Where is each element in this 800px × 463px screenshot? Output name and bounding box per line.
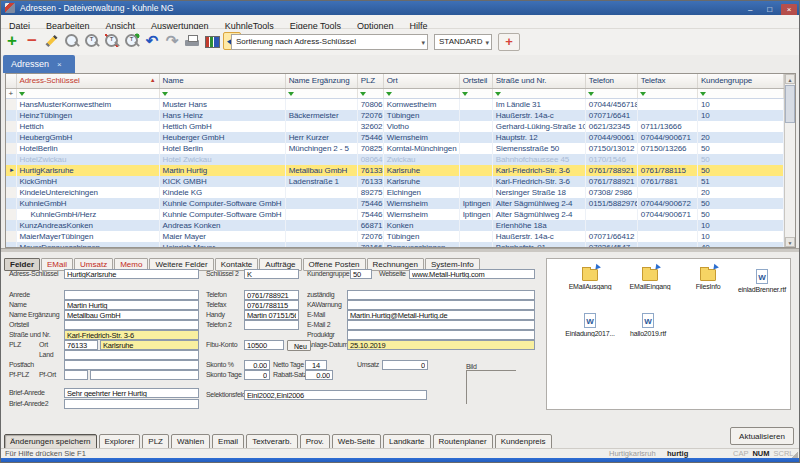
row-selector[interactable]: [6, 209, 16, 220]
file-item[interactable]: einladBrenner.rtf: [733, 269, 791, 293]
telefon-field[interactable]: [244, 290, 299, 300]
row-selector[interactable]: [6, 220, 16, 231]
pf-plz-field[interactable]: [64, 370, 88, 380]
webseite-field[interactable]: [409, 269, 535, 279]
filter-cell-telefon[interactable]: [585, 88, 637, 98]
tab-close-icon[interactable]: ×: [57, 60, 62, 69]
anrede-field[interactable]: [64, 290, 199, 300]
file-item[interactable]: hallo2019.rtf: [619, 313, 677, 337]
filter-cell-ortsteil[interactable]: [459, 88, 492, 98]
new-view-button[interactable]: +: [498, 33, 520, 51]
file-item[interactable]: Einladung2017...: [561, 313, 619, 337]
zoom-text-cancel-icon[interactable]: [103, 32, 121, 50]
grid-row[interactable]: HotelBerlinHotel BerlinMünchingen 2 - 57…: [6, 143, 784, 154]
file-item[interactable]: EMailEingang: [621, 269, 679, 290]
email2-field[interactable]: [347, 320, 535, 330]
row-selector[interactable]: [6, 121, 16, 132]
column-header-plz[interactable]: PLZ: [357, 74, 383, 88]
strasse-field[interactable]: [64, 330, 199, 340]
redo-icon[interactable]: [163, 32, 181, 50]
grid-row[interactable]: HettichHettich GmbH32602VlothoGerhard-Lü…: [6, 121, 784, 132]
grid-scrollbar[interactable]: ▲ ▼: [784, 74, 795, 247]
brief-anrede-field[interactable]: [64, 388, 199, 398]
grid-row[interactable]: KuhnleGmbH/HerzKuhnle Computer-Software …: [6, 209, 784, 220]
grid-row[interactable]: HansMusterKornwestheimMuster Hans70806Ko…: [6, 98, 784, 110]
splitter[interactable]: [1, 248, 799, 252]
scrollbar-thumb[interactable]: [785, 85, 795, 123]
scroll-down-icon[interactable]: ▼: [785, 237, 795, 247]
grid-row[interactable]: HotelZwickauHotel Zwickau08064ZwickauBah…: [6, 154, 784, 165]
grid-row[interactable]: KindeleUntereichingenKindele KG89275Elch…: [6, 187, 784, 198]
name-field[interactable]: [64, 300, 199, 310]
column-header-name-ergänzung[interactable]: Name Ergänzung: [285, 74, 357, 88]
kundengruppe-field[interactable]: [350, 269, 372, 279]
grid-row[interactable]: MaierMayerTübingenMaier Mayer72076Tübing…: [6, 231, 784, 242]
netto-tage-field[interactable]: [305, 360, 327, 370]
layout-dropdown[interactable]: STANDARD: [434, 34, 492, 50]
filter-cell-plz[interactable]: [357, 88, 383, 98]
grid-row[interactable]: ►HurtigKarlsruheMartin HurtigMetallbau G…: [6, 165, 784, 176]
aktualisieren-button[interactable]: Aktualisieren: [730, 427, 794, 445]
row-selector[interactable]: [6, 110, 16, 121]
add-icon[interactable]: [3, 32, 21, 50]
schluessel2-field[interactable]: [244, 269, 299, 279]
rabatt-satz-field[interactable]: [305, 370, 333, 380]
column-header-kundengruppe[interactable]: Kundengruppe: [697, 74, 783, 88]
sort-dropdown[interactable]: Sortierung nach Adress-Schlüssel: [231, 34, 428, 50]
skonto-tage-field[interactable]: [244, 370, 270, 380]
name-ergaenzung-field[interactable]: [64, 310, 199, 320]
zoom-text-icon[interactable]: [83, 32, 101, 50]
title-bar[interactable]: Adressen - Dateiverwaltung - Kuhnle NG –…: [1, 1, 799, 15]
filter-cell-telefax[interactable]: [637, 88, 697, 98]
column-header-telefon[interactable]: Telefon: [585, 74, 637, 88]
column-header-ortsteil[interactable]: Ortsteil: [459, 74, 492, 88]
filter-cell-name-ergänzung[interactable]: [285, 88, 357, 98]
print-icon[interactable]: [183, 32, 201, 50]
brief-anrede2-field[interactable]: [64, 399, 199, 409]
row-selector[interactable]: [6, 231, 16, 242]
grid-row[interactable]: HeubergGmbHHeuberger GmbHHerr Kurzer7544…: [6, 132, 784, 143]
table-view-icon[interactable]: [203, 32, 221, 50]
add-row-icon[interactable]: +: [6, 88, 16, 98]
zoom-icon[interactable]: [63, 32, 81, 50]
row-selector[interactable]: [6, 198, 16, 209]
telefon2-field[interactable]: [244, 320, 299, 330]
file-item[interactable]: FilesInfo: [679, 269, 737, 290]
zoom-filter-icon[interactable]: [123, 32, 141, 50]
resize-grip[interactable]: [791, 451, 798, 458]
handy-field[interactable]: [244, 310, 299, 320]
land-field[interactable]: [64, 350, 199, 360]
telefax-field[interactable]: [244, 300, 299, 310]
filter-cell-straße-und-nr[interactable]: [492, 88, 585, 98]
column-header-straße-und-nr[interactable]: Straße und Nr.: [492, 74, 585, 88]
filter-cell-name[interactable]: [159, 88, 285, 98]
grid-row[interactable]: KunzAndreasKonkenAndreas Konken66871Konk…: [6, 220, 784, 231]
grid-row[interactable]: KickGmbHKICK GMBHLadenstraße 176133Karls…: [6, 176, 784, 187]
file-item[interactable]: EMailAusgang: [561, 269, 619, 290]
selektionsfeld-field[interactable]: [244, 390, 427, 400]
files-panel[interactable]: EMailAusgangEMailEingangFilesInfoeinladB…: [546, 258, 791, 410]
plz-field[interactable]: [64, 340, 98, 350]
email-field[interactable]: [347, 310, 535, 320]
postfach-field[interactable]: [64, 360, 199, 370]
filter-cell-kundengruppe[interactable]: [697, 88, 783, 98]
column-header-name[interactable]: Name: [159, 74, 285, 88]
ortsteil-field[interactable]: [64, 320, 199, 330]
zustaendig-field[interactable]: [347, 290, 535, 300]
filter-cell-ort[interactable]: [383, 88, 459, 98]
umsatz-field[interactable]: [382, 360, 428, 370]
row-selector[interactable]: [6, 176, 16, 187]
column-header-adress-schlüssel[interactable]: Adress-Schlüssel▲: [16, 74, 159, 88]
tab-adressen[interactable]: Adressen×: [3, 55, 75, 73]
row-selector[interactable]: [6, 143, 16, 154]
scroll-up-icon[interactable]: ▲: [785, 74, 795, 84]
neu-button[interactable]: Neu: [287, 340, 311, 351]
edit-icon[interactable]: [43, 32, 61, 50]
filter-cell-adress-schlüssel[interactable]: [16, 88, 159, 98]
kawarnung-field[interactable]: [347, 300, 535, 310]
column-header-ort[interactable]: Ort: [383, 74, 459, 88]
adress-schluessel-field[interactable]: [64, 269, 199, 279]
produktgr-field[interactable]: [347, 330, 535, 340]
row-selector[interactable]: [6, 132, 16, 143]
anlage-datum-field[interactable]: [347, 340, 535, 350]
